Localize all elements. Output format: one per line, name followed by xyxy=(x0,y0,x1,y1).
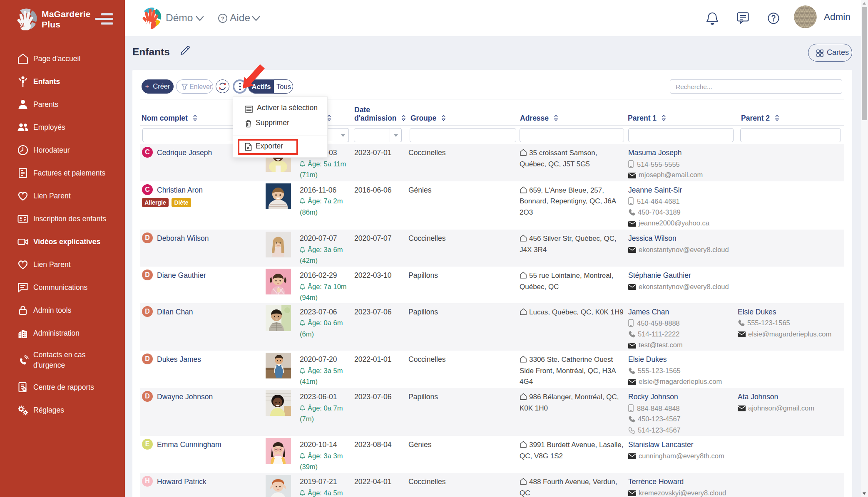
svg-text:?: ? xyxy=(221,15,224,22)
